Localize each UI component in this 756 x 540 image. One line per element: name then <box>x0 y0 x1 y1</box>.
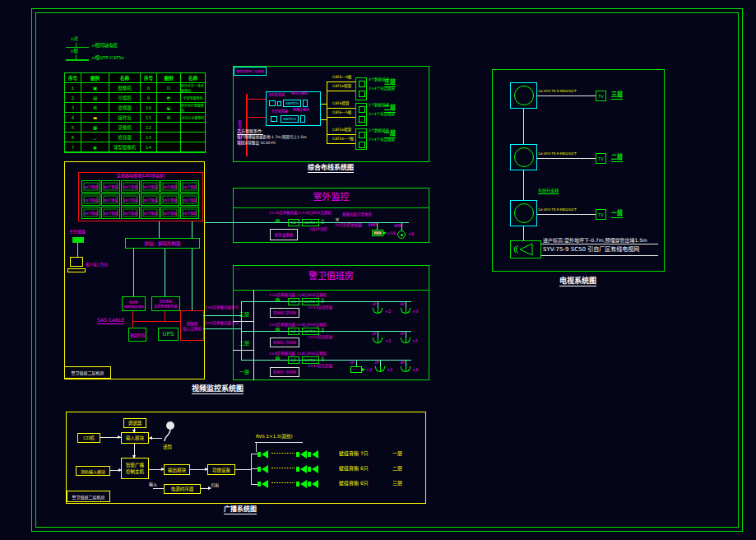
cad-drawing-canvas: n对 n根同轴电缆 n根 n根UTP-CAT5e 序号 图例 名称 序号 图例 … <box>0 0 756 540</box>
legend-seq: 4 <box>65 113 81 123</box>
server-sublabel: 监控管理服务器 <box>155 304 178 309</box>
legend-name: 室外红外一体化摄像机 <box>181 83 205 93</box>
wire-white <box>537 95 596 96</box>
monitor-cell: 55寸液晶 <box>141 193 160 206</box>
camera-type-label: 4MP <box>368 223 377 227</box>
wire <box>356 360 357 366</box>
dotted-run <box>271 468 295 468</box>
wire-white <box>256 443 257 452</box>
wire <box>380 360 381 366</box>
splitter-icon <box>514 86 534 105</box>
video-system-title: 视频监控系统图 <box>192 385 243 394</box>
splitter-label: 有线分支器 <box>538 189 559 194</box>
poe-switch-box: SWITCH <box>302 219 319 226</box>
speaker-icon <box>296 480 307 488</box>
legend-name: 监视器 <box>109 103 141 113</box>
disk-array-label: 磁盘阵列 <box>130 333 145 338</box>
camera-count: ×8 <box>412 368 418 372</box>
workstation-monitor-icon <box>70 257 83 267</box>
camera-type-label: 2P <box>350 361 355 365</box>
wire-yellow <box>327 91 355 91</box>
output-module-box: 输出模块 <box>164 464 190 475</box>
lb-box: LB <box>288 219 299 226</box>
lb-label: LB <box>291 358 296 362</box>
switch-label: SWITCH <box>285 101 299 105</box>
camera-count: ×3 <box>412 310 418 314</box>
legend-symbol-icon: ◓ <box>157 93 181 103</box>
server-box: 安防系统 监控管理服务器 <box>151 296 180 311</box>
legend-seq: 14 <box>141 142 157 152</box>
broadcast-block-border <box>66 412 426 504</box>
riser-cabinet-label: 弱电间三层机柜 <box>273 310 296 315</box>
legend-row: 3 ⊠ 监视器 10 ◒ 室外带护罩摄像机 <box>65 103 205 113</box>
riser-divider <box>233 350 253 351</box>
splitter-box <box>510 144 537 170</box>
poe-switch-label: SWITCH <box>304 358 318 362</box>
outlet-box-icon <box>355 77 367 100</box>
ups-label: UPS <box>163 331 174 338</box>
wire <box>241 331 411 332</box>
wire-white <box>251 454 252 485</box>
room-tag-box: 警卫值班二层机房 <box>64 366 111 379</box>
rvs-wire-label: RVS 2×1.5(双绞) <box>256 435 293 440</box>
transceiver-label: 光纤收发器 <box>268 94 285 97</box>
legend-symbol-icon: ◡ <box>81 133 109 142</box>
arrow-icon <box>132 430 136 433</box>
camera-type-label: 2P <box>372 333 377 337</box>
camera-type-label: 2P <box>372 303 377 307</box>
legend-header-cell: 序号 <box>141 73 157 83</box>
legend-symbol-icon: ▬ <box>81 113 109 123</box>
legend-symbol-icon: ⊡ <box>157 83 181 93</box>
legend-header-cell: 图例 <box>157 73 181 83</box>
broadcast-room-label: 警卫值班二层机房 <box>72 494 104 500</box>
sequencer-out-label: 引出 <box>211 483 219 487</box>
floor-label: 三层 <box>384 80 396 87</box>
camera-type-label: 3P <box>400 333 405 337</box>
monitor-cell: 55寸液晶 <box>101 180 120 193</box>
camera-type-label: 3P <box>400 361 405 365</box>
junction-icon: × <box>335 217 340 223</box>
legend-name <box>181 142 205 152</box>
legend-body: 1 ▣ 摄像机 8 ⊡ 室外红外一体化摄像机 2 ▤ 光端机 9 ◓ 半球型摄像… <box>65 83 205 152</box>
legend-seq: 3 <box>65 103 81 113</box>
speaker-count-label: 壁挂音箱 6只 <box>339 481 369 486</box>
legend-name <box>181 133 205 142</box>
legend-symbol-icon <box>157 133 181 142</box>
legend-symbol-icon: ▣ <box>81 83 109 93</box>
poe-switch-box: SWITCH <box>302 328 319 335</box>
broadcast-room-tag: 警卫值班二层机房 <box>67 491 110 502</box>
riser-cabinet-label: 弱电间二层机柜 <box>273 340 296 345</box>
wire-red <box>246 94 248 156</box>
legend-name: 室外带护罩摄像机 <box>181 103 205 113</box>
wire-yellow <box>327 143 355 144</box>
floor-label: 三层 <box>392 481 402 486</box>
disk-array-box: 磁盘阵列 <box>128 328 146 342</box>
lb-label: LB <box>291 329 296 333</box>
box-camera-icon <box>350 366 362 373</box>
lb-box: LB <box>288 356 299 364</box>
splitter-box <box>510 200 537 226</box>
riser-cabinet-tag: 弱电间三层机柜 <box>270 308 299 318</box>
speaker-icon <box>308 465 318 473</box>
device-rect <box>303 100 308 107</box>
keyboard-label: 主控键盘 <box>69 230 86 234</box>
monitor-cell: 55寸液晶 <box>101 207 120 219</box>
optical-transceiver-icon: ⊗ <box>275 356 281 362</box>
optical-transceiver-icon: ⊗ <box>275 218 281 225</box>
legend-seq: 5 <box>65 123 81 133</box>
fiber-pair-label: 2对2P光纤 <box>309 228 327 232</box>
camera-count: ×5 <box>412 339 418 343</box>
workstation-label: 客户端工作站 <box>86 263 108 268</box>
cabling-tag-box: 电信机房至二层机房 <box>234 67 267 76</box>
fire-input-box: 消防输入模块 <box>76 466 110 476</box>
decoder-controller-box: 拼接、解码控制器 <box>125 238 200 249</box>
legend-name: 半球型摄像机 <box>181 93 205 103</box>
decoder-controller-label: 拼接、解码控制器 <box>144 240 180 247</box>
splitter-box <box>510 82 537 109</box>
arrow-icon <box>118 435 121 439</box>
cable-run-label: CAT5e暗管 <box>332 85 351 89</box>
speaker-icon <box>308 450 318 459</box>
wire-white <box>537 158 596 159</box>
box-camera-icon <box>372 230 383 236</box>
amplifier-device-label: 功放设备 <box>212 467 230 473</box>
